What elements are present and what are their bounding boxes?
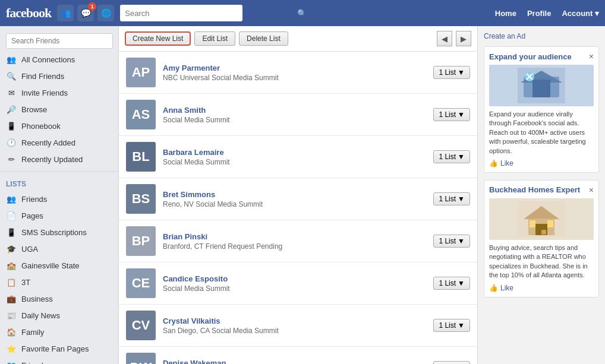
ad2-title[interactable]: Buckhead Homes Expert — [489, 185, 580, 194]
friend-row[interactable]: BP Brian Pinski Branford, CT Friend Requ… — [119, 220, 477, 262]
daily-news-icon: 📰 — [6, 310, 17, 321]
sidebar-item-browse[interactable]: 🔎 Browse — [0, 101, 118, 118]
edit-list-button[interactable]: Edit List — [194, 31, 235, 46]
ad2-text: Buying advice, search tips and negotiati… — [489, 243, 594, 280]
pages-icon: 📄 — [6, 210, 17, 221]
sidebar-item-sms-subscriptions[interactable]: 📱 SMS Subscriptions — [0, 224, 118, 240]
sidebar-item-business[interactable]: 💼 Business — [0, 290, 118, 307]
friend-avatar: BS — [126, 184, 156, 214]
friend-list-count: 1 List ▼ — [433, 319, 470, 332]
friend-details: Social Media Summit — [163, 284, 433, 293]
sidebar-item-uga[interactable]: 🎓 UGA — [0, 240, 118, 257]
nav-icons: 👥 💬 1 🌐 — [57, 5, 114, 21]
list-dropdown-button[interactable]: 1 List ▼ — [433, 66, 470, 79]
prev-button[interactable]: ◀ — [437, 31, 452, 46]
friend-details: Social Media Summit — [163, 116, 433, 124]
search-friends-input[interactable] — [6, 33, 113, 49]
sidebar: 👥 All Connections 🔍 Find Friends ✉ Invit… — [0, 26, 119, 364]
invite-friends-icon: ✉ — [6, 87, 17, 98]
thumbs-up-icon-2: 👍 — [489, 284, 498, 292]
friend-info: Candice Esposito Social Media Summit — [163, 274, 433, 293]
friends-list-icon: 👥 — [6, 194, 17, 204]
friend-details: NBC Universal Social Media Summit — [163, 74, 433, 82]
ad2-close-button[interactable]: × — [589, 185, 594, 195]
ad1-close-button[interactable]: × — [589, 52, 594, 61]
list-dropdown-button[interactable]: 1 List ▼ — [433, 361, 470, 364]
sidebar-item-friends-2[interactable]: 👥 Friends — [0, 357, 118, 364]
friend-avatar: AP — [126, 58, 156, 87]
friend-row[interactable]: CE Candice Esposito Social Media Summit … — [119, 262, 477, 305]
sidebar-item-phonebook[interactable]: 📱 Phonebook — [0, 118, 118, 134]
list-dropdown-button[interactable]: 1 List ▼ — [433, 108, 470, 121]
messages-icon-btn[interactable]: 💬 1 — [77, 5, 94, 21]
sidebar-item-3t[interactable]: 📋 3T — [0, 274, 118, 290]
sidebar-item-gainesville-state[interactable]: 🏫 Gainesville State — [0, 257, 118, 274]
globe-icon-btn[interactable]: 🌐 — [97, 5, 114, 21]
sidebar-item-favorite-fan-pages[interactable]: ⭐ Favorite Fan Pages — [0, 340, 118, 357]
friend-details: Reno, NV Social Media Summit — [163, 200, 433, 208]
all-connections-icon: 👥 — [6, 54, 17, 65]
ad1-title[interactable]: Expand your audience — [489, 52, 572, 61]
friends-icon-btn[interactable]: 👥 — [57, 5, 74, 21]
list-dropdown-button[interactable]: 1 List ▼ — [433, 277, 470, 290]
friend-list-count: 1 List ▼ — [433, 277, 470, 290]
friend-name: Crystal Vilkaitis — [163, 316, 433, 325]
profile-link[interactable]: Profile — [527, 9, 551, 18]
ad1-like-button[interactable]: 👍 Like — [489, 159, 594, 167]
list-dropdown-button[interactable]: 1 List ▼ — [433, 235, 470, 248]
friend-list-count: 1 List ▼ — [433, 108, 470, 121]
friend-info: Amy Parmenter NBC Universal Social Media… — [163, 64, 433, 82]
friend-avatar: CV — [126, 311, 156, 340]
content-area: 👥 All Connections 🔍 Find Friends ✉ Invit… — [0, 26, 605, 364]
ad2-image — [489, 198, 594, 240]
main-content: Create New List Edit List Delete List ◀ … — [119, 26, 477, 364]
account-button[interactable]: Account ▾ — [562, 9, 599, 18]
friend-list-count: 1 List ▼ — [433, 192, 470, 205]
sidebar-item-all-connections[interactable]: 👥 All Connections — [0, 51, 118, 68]
next-button[interactable]: ▶ — [456, 31, 471, 46]
list-dropdown-button[interactable]: 1 List ▼ — [433, 150, 470, 163]
friend-info: Bret Simmons Reno, NV Social Media Summi… — [163, 190, 433, 208]
sidebar-item-find-friends[interactable]: 🔍 Find Friends — [0, 68, 118, 84]
friend-name: Denise Wakeman — [163, 359, 433, 365]
friend-row[interactable]: DW Denise Wakeman North Hollywood, CA So… — [119, 347, 477, 364]
ad2-like-button[interactable]: 👍 Like — [489, 284, 594, 292]
create-new-list-button[interactable]: Create New List — [125, 31, 191, 46]
gainesville-icon: 🏫 — [6, 260, 17, 271]
sidebar-item-invite-friends[interactable]: ✉ Invite Friends — [0, 84, 118, 101]
ad-card-expand-audience: Expand your audience × Expand your audie… — [484, 46, 599, 173]
sidebar-item-recently-updated[interactable]: ✏ Recently Updated — [0, 151, 118, 167]
friend-row[interactable]: AS Anna Smith Social Media Summit 1 List… — [119, 94, 477, 136]
sidebar-item-friends[interactable]: 👥 Friends — [0, 191, 118, 207]
recently-added-icon: 🕐 — [6, 137, 17, 148]
sidebar-item-recently-added[interactable]: 🕐 Recently Added — [0, 134, 118, 151]
list-dropdown-button[interactable]: 1 List ▼ — [433, 192, 470, 205]
logo[interactable]: facebook — [6, 5, 51, 21]
list-dropdown-button[interactable]: 1 List ▼ — [433, 319, 470, 332]
toolbar: Create New List Edit List Delete List ◀ … — [119, 26, 477, 52]
friends-2-icon: 👥 — [6, 360, 17, 364]
sidebar-item-pages[interactable]: 📄 Pages — [0, 207, 118, 224]
friend-avatar: CE — [126, 268, 156, 298]
friend-details: Social Media Summit — [163, 158, 433, 166]
create-ad-link[interactable]: Create an Ad — [484, 32, 599, 40]
friend-list-count: 1 List ▼ — [433, 150, 470, 163]
home-link[interactable]: Home — [495, 9, 516, 18]
friend-row[interactable]: AP Amy Parmenter NBC Universal Social Me… — [119, 52, 477, 94]
friend-name: Amy Parmenter — [163, 64, 433, 72]
friend-row[interactable]: CV Crystal Vilkaitis San Diego, CA Socia… — [119, 305, 477, 347]
top-nav: facebook 👥 💬 1 🌐 🔍 Home Profile Account … — [0, 0, 605, 26]
fan-pages-icon: ⭐ — [6, 343, 17, 354]
friend-row[interactable]: BL Barbara Lemaire Social Media Summit 1… — [119, 136, 477, 178]
friend-avatar: BL — [126, 142, 156, 172]
friend-row[interactable]: BS Bret Simmons Reno, NV Social Media Su… — [119, 178, 477, 220]
sidebar-item-family[interactable]: 🏠 Family — [0, 324, 118, 340]
search-submit-button[interactable]: 🔍 — [297, 9, 307, 18]
notification-badge: 1 — [88, 2, 96, 11]
delete-list-button[interactable]: Delete List — [239, 31, 288, 46]
ad-card-buckhead: Buckhead Homes Expert × Buying advice, s… — [484, 180, 599, 297]
sidebar-item-daily-news[interactable]: 📰 Daily News — [0, 307, 118, 324]
friend-avatar: DW — [126, 353, 156, 364]
search-input[interactable] — [120, 5, 242, 21]
nav-right: Home Profile Account ▾ — [495, 9, 599, 18]
